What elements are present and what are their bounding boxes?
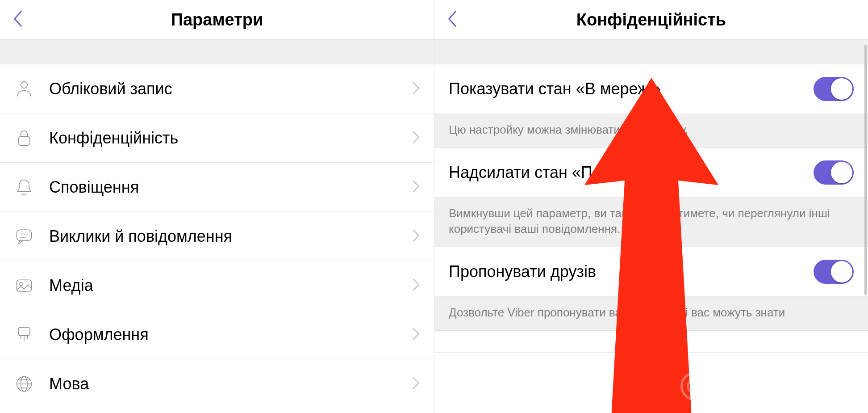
chevron-right-icon — [413, 131, 421, 145]
chevron-left-icon — [13, 10, 23, 29]
setting-label — [449, 331, 854, 349]
setting-show-online: Показувати стан «В мережі» — [434, 64, 868, 114]
settings-pane: Параметри Обліковий запис Конфіденційніс… — [0, 0, 434, 413]
menu-item-media[interactable]: Медіа — [0, 261, 434, 310]
switch-knob — [831, 78, 852, 100]
menu-item-account[interactable]: Обліковий запис — [0, 64, 434, 114]
menu-item-label: Мова — [49, 375, 413, 393]
toggle-suggest-friends[interactable] — [814, 260, 854, 284]
menu-item-label: Медіа — [49, 276, 413, 295]
setting-label: Показувати стан «В мережі» — [449, 80, 814, 98]
section-gap — [434, 39, 868, 64]
media-icon — [13, 274, 36, 297]
watermark-text: OBOZREVATEL — [715, 376, 857, 396]
scrollbar-vertical[interactable] — [864, 45, 867, 295]
chevron-right-icon — [413, 229, 421, 244]
watermark: OBOZREVATEL — [680, 372, 857, 400]
toggle-send-seen[interactable] — [814, 160, 854, 185]
setting-help: Дозвольте Viber пропонувати вам людей, я… — [434, 297, 868, 331]
watermark-logo-icon — [680, 372, 709, 400]
switch-knob — [831, 162, 852, 183]
chevron-right-icon — [413, 278, 421, 293]
chevron-right-icon — [413, 180, 421, 194]
menu-item-calls-messages[interactable]: Виклики й повідомлення — [0, 212, 434, 261]
setting-send-seen: Надсилати стан «Переглянуто» — [434, 148, 868, 198]
setting-help: Цю настройку можна змінювати раз на добу… — [434, 114, 868, 148]
brush-icon — [13, 323, 36, 346]
setting-suggest-friends: Пропонувати друзів — [434, 247, 868, 297]
setting-label: Пропонувати друзів — [449, 262, 814, 281]
toggle-show-online[interactable] — [814, 77, 854, 101]
chevron-right-icon — [413, 328, 421, 342]
nav-bar: Конфіденційність — [434, 0, 868, 39]
svg-rect-7 — [18, 327, 30, 335]
privacy-pane: Конфіденційність Показувати стан «В мере… — [434, 0, 868, 413]
message-icon — [13, 225, 36, 248]
menu-item-appearance[interactable]: Оформлення — [0, 310, 434, 359]
setting-label: Надсилати стан «Переглянуто» — [449, 163, 814, 182]
menu-item-notifications[interactable]: Сповіщення — [0, 163, 434, 212]
menu-item-privacy[interactable]: Конфіденційність — [0, 114, 434, 163]
lock-icon — [13, 126, 36, 150]
setting-help: Вимкнувши цей параметр, ви також не знат… — [434, 198, 868, 247]
chevron-right-icon — [413, 377, 421, 391]
person-icon — [13, 77, 36, 101]
svg-point-6 — [20, 282, 23, 285]
back-button[interactable] — [442, 9, 463, 30]
menu-item-label: Обліковий запис — [49, 80, 413, 98]
bell-icon — [13, 176, 36, 199]
globe-icon — [13, 372, 36, 396]
setting-partial-row — [434, 331, 868, 353]
menu-item-label: Оформлення — [49, 325, 413, 344]
chevron-left-icon — [447, 10, 457, 29]
settings-menu: Обліковий запис Конфіденційність Сповіще… — [0, 64, 434, 409]
back-button[interactable] — [7, 9, 29, 30]
chevron-right-icon — [413, 82, 421, 96]
menu-item-language[interactable]: Мова — [0, 359, 434, 409]
svg-rect-1 — [18, 136, 30, 145]
svg-point-0 — [21, 81, 28, 88]
menu-item-label: Виклики й повідомлення — [49, 227, 413, 246]
menu-item-label: Конфіденційність — [49, 129, 413, 148]
switch-knob — [831, 261, 852, 282]
nav-bar: Параметри — [0, 0, 434, 39]
menu-item-label: Сповіщення — [49, 178, 413, 197]
section-gap — [0, 39, 434, 64]
page-title: Конфіденційність — [434, 10, 868, 30]
page-title: Параметри — [0, 10, 434, 30]
svg-rect-2 — [17, 230, 32, 240]
